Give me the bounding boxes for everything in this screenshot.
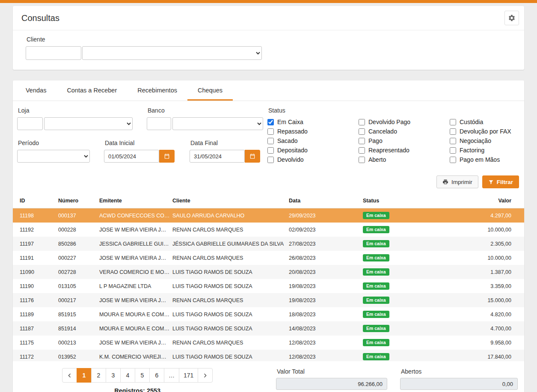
cell: 11176 xyxy=(13,293,58,307)
status-option-sacado[interactable]: Sacado xyxy=(267,138,359,144)
status-option-devolucao-por-fax[interactable]: Devolução por FAX xyxy=(450,128,511,135)
status-option-negociacao[interactable]: Negociação xyxy=(450,138,511,144)
settings-button[interactable] xyxy=(504,11,519,25)
data-inicial-field-group: Data Inicial xyxy=(104,140,175,163)
status-checkbox-repassado[interactable] xyxy=(267,128,274,135)
tab-cheques[interactable]: Cheques xyxy=(187,80,233,101)
status-option-label: Reapresentado xyxy=(368,147,409,154)
pagination-page-1[interactable]: 1 xyxy=(77,368,92,383)
pagination-page-4[interactable]: 4 xyxy=(120,368,135,383)
cell-valor: 1.387,00 xyxy=(436,265,524,279)
status-option-reapresentado[interactable]: Reapresentado xyxy=(359,147,450,154)
table-row[interactable]: 11198000137ACWD CONFECCOES COMER…SAULO A… xyxy=(13,208,524,223)
cell-status: Em caixa xyxy=(363,293,436,307)
data-final-calendar-button[interactable] xyxy=(245,150,260,163)
tab-vendas[interactable]: Vendas xyxy=(15,80,56,101)
abertos-input xyxy=(400,378,518,390)
calendar-icon xyxy=(249,153,255,159)
pagination-page-6[interactable]: 6 xyxy=(149,368,164,383)
pagination-page-2[interactable]: 2 xyxy=(91,368,106,383)
table-row[interactable]: 11189851915MOURA E MOURA E COM VA…LUIS T… xyxy=(13,307,524,321)
status-checkbox-devolvido-pago[interactable] xyxy=(359,119,365,125)
status-option-label: Pago em Mãos xyxy=(460,157,500,163)
status-checkbox-custodia[interactable] xyxy=(450,119,456,125)
pagination-page-3[interactable]: 3 xyxy=(106,368,121,383)
status-checkbox-negociacao[interactable] xyxy=(450,138,456,144)
status-option-pago-em-maos[interactable]: Pago em Mãos xyxy=(450,157,511,163)
tab-contas-a-receber[interactable]: Contas a Receber xyxy=(56,80,127,101)
table-row[interactable]: 11191000227JOSE W MEIRA VIEIRA JUNIORREN… xyxy=(13,251,524,265)
status-option-repassado[interactable]: Repassado xyxy=(267,128,359,135)
table-row[interactable]: 11176000217JOSE W MEIRA VIEIRA JUNIORREN… xyxy=(13,293,524,307)
page-title: Consultas xyxy=(21,13,59,23)
status-option-devolvido-pago[interactable]: Devolvido Pago xyxy=(359,119,450,125)
data-inicial-label: Data Inicial xyxy=(105,140,175,146)
status-badge: Em caixa xyxy=(363,212,389,219)
status-option-aberto[interactable]: Aberto xyxy=(359,157,450,163)
status-option-pago[interactable]: Pago xyxy=(359,138,450,144)
status-option-label: Depositado xyxy=(277,147,308,154)
status-checkbox-depositado[interactable] xyxy=(267,147,274,154)
banco-select[interactable] xyxy=(172,117,263,130)
results-table-container[interactable]: IDNúmeroEmitenteClienteDataStatusValor 1… xyxy=(13,194,524,361)
table-row[interactable]: 11190013105L P MAGAZINE LTDALUIS TIAGO R… xyxy=(13,279,524,293)
status-option-label: Devolvido xyxy=(277,157,303,163)
cliente-code-input[interactable] xyxy=(26,46,81,60)
status-checkbox-pago[interactable] xyxy=(359,138,365,144)
status-checkbox-devolucao-por-fax[interactable] xyxy=(450,128,456,135)
action-buttons: Imprimir Filtrar xyxy=(13,175,524,188)
status-badge: Em caixa xyxy=(363,240,389,247)
table-body: 11198000137ACWD CONFECCOES COMER…SAULO A… xyxy=(13,208,524,362)
pagination-prev-button[interactable] xyxy=(62,368,77,383)
data-final-input[interactable] xyxy=(190,150,245,163)
cell: LUIS TIAGO RAMOS DE SOUZA xyxy=(172,350,289,361)
status-option-depositado[interactable]: Depositado xyxy=(267,147,359,154)
cell-status: Em caixa xyxy=(363,223,436,237)
status-checkbox-sacado[interactable] xyxy=(267,138,274,144)
pagination-page-171[interactable]: 171 xyxy=(179,368,198,383)
status-checkbox-factoring[interactable] xyxy=(450,147,456,154)
status-option-label: Aberto xyxy=(368,157,386,163)
imprimir-label: Imprimir xyxy=(451,179,472,185)
calendar-icon xyxy=(164,153,170,159)
status-option-em-caixa[interactable]: Em Caixa xyxy=(267,119,359,125)
loja-code-input[interactable] xyxy=(17,117,43,130)
status-checkbox-pago-em-maos[interactable] xyxy=(450,157,456,163)
table-row[interactable]: 11197850286JESSICA GABRIELLE GUIMA…JÉSSI… xyxy=(13,237,524,251)
table-row[interactable]: 11172013952K.M. COMERCIO VAREJISTA …LUIS… xyxy=(13,350,524,361)
status-option-cancelado[interactable]: Cancelado xyxy=(359,128,450,135)
status-column: Devolvido PagoCanceladoPagoReapresentado… xyxy=(359,119,450,163)
status-checkbox-aberto[interactable] xyxy=(359,157,365,163)
chevron-right-icon xyxy=(202,373,208,378)
status-checkbox-reapresentado[interactable] xyxy=(359,147,365,154)
table-row[interactable]: 11192000228JOSE W MEIRA VIEIRA JUNIORREN… xyxy=(13,223,524,237)
data-inicial-calendar-button[interactable] xyxy=(159,150,175,163)
table-row[interactable]: 11187851914MOURA E MOURA E COM VA…LUIS T… xyxy=(13,321,524,336)
pagination-next-button[interactable] xyxy=(198,368,213,383)
valor-total-input xyxy=(276,378,387,390)
banco-code-input[interactable] xyxy=(147,117,171,130)
cell: 19/08/2023 xyxy=(289,293,363,307)
status-checkbox-em-caixa[interactable] xyxy=(267,119,274,125)
status-checkbox-cancelado[interactable] xyxy=(359,128,365,135)
pagination-page-5[interactable]: 5 xyxy=(135,368,150,383)
filtrar-button[interactable]: Filtrar xyxy=(482,175,519,188)
table-row[interactable]: 11090002728VERAO COMERCIO E MODAS…LUIS T… xyxy=(13,265,524,279)
cliente-select[interactable] xyxy=(82,46,262,60)
totals-section: Valor Total Abertos xyxy=(276,368,524,390)
status-option-factoring[interactable]: Factoring xyxy=(450,147,511,154)
status-checkbox-devolvido[interactable] xyxy=(267,157,274,163)
status-badge: Em caixa xyxy=(363,282,389,290)
cell-valor: 4.297,00 xyxy=(436,208,524,223)
data-inicial-input[interactable] xyxy=(104,150,159,163)
status-option-custodia[interactable]: Custódia xyxy=(450,119,511,125)
tab-recebimentos[interactable]: Recebimentos xyxy=(127,80,187,101)
imprimir-button[interactable]: Imprimir xyxy=(436,175,478,188)
table-row[interactable]: 11175000213JOSE W MEIRA VIEIRA JUNIORREN… xyxy=(13,336,524,350)
periodo-select[interactable] xyxy=(17,150,90,163)
status-option-devolvido[interactable]: Devolvido xyxy=(267,157,359,163)
consultas-card: Consultas Cliente xyxy=(13,6,524,70)
cell: 26/08/2023 xyxy=(289,251,363,265)
pagination: 123456…171 xyxy=(62,368,213,383)
loja-select[interactable] xyxy=(44,117,133,130)
